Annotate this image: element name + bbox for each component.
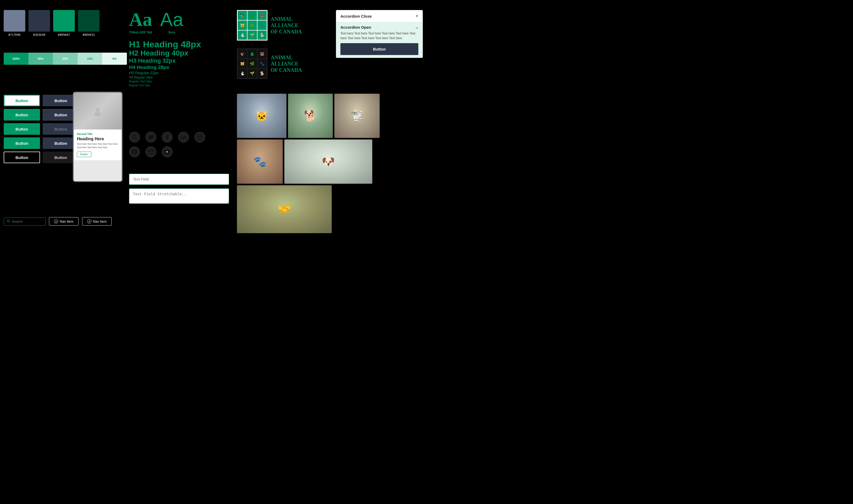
twitter-icon[interactable] bbox=[145, 131, 156, 143]
font-sora-name: Sora bbox=[168, 31, 175, 34]
text-field-stretchable[interactable] bbox=[129, 188, 229, 204]
swatch-4: #004931 bbox=[78, 10, 100, 37]
color-swatches: #717D96 #2D3648 #009A67 #004931 bbox=[4, 10, 100, 37]
svg-point-1 bbox=[94, 112, 101, 116]
logo-green-container: 🦅 🌲 🐻 🐱 🌿 🐾 🐇 🌱 🐕 AnimalAllianceOf Canad… bbox=[237, 10, 302, 40]
logo-cell-1: 🦅 bbox=[238, 11, 247, 20]
font-tribun-sample: Aa bbox=[129, 10, 152, 29]
card-image-placeholder bbox=[74, 93, 122, 129]
instagram-icon[interactable] bbox=[194, 131, 205, 143]
accordion-open-label: Accordion Open bbox=[340, 25, 371, 30]
reg14-demo: Regular Text 14px bbox=[129, 84, 229, 87]
h3-demo: H3 Heading 32px bbox=[129, 57, 229, 64]
swatch-2: #2D3648 bbox=[29, 10, 50, 37]
email-icon[interactable] bbox=[145, 146, 156, 157]
gradient-10: 10% bbox=[78, 53, 102, 65]
nav-item-1[interactable]: ⊙ Nav Item bbox=[49, 217, 78, 226]
accordion-open-icon: − bbox=[415, 25, 418, 31]
accordion-open-content: Accordion Open − Text here Text here Tex… bbox=[336, 22, 423, 58]
swatch-box-1 bbox=[4, 10, 25, 32]
accordion-cta-button[interactable]: Button bbox=[340, 43, 418, 55]
gallery-img-paw: 🐾 bbox=[237, 140, 283, 184]
font-samples: Aa Tribun ADF Std Aa Sora bbox=[129, 10, 229, 34]
reg16-demo: Regular Text 16px bbox=[129, 79, 229, 84]
facebook-icon[interactable] bbox=[162, 131, 173, 143]
logo-cell-4: 🐱 bbox=[238, 20, 247, 30]
h5-demo: H5 Regular 22px bbox=[129, 70, 229, 75]
gallery-img-puppy: 🐶 bbox=[284, 140, 372, 184]
accordion-section: Accordion Close + Accordion Open − Text … bbox=[336, 10, 423, 58]
btn-row-1: Button Button bbox=[4, 95, 79, 106]
photo-gallery: 🐱 🐕 🐩 🐾 🐶 🤝 bbox=[237, 94, 380, 233]
svg-rect-5 bbox=[197, 134, 203, 140]
h4-demo: H4 Heading 28px bbox=[129, 65, 229, 71]
pinterest-icon[interactable] bbox=[129, 146, 140, 157]
text-field-1[interactable] bbox=[129, 174, 229, 185]
nav-item-2[interactable]: ⊙ Nav Item bbox=[82, 217, 112, 226]
gallery-img-cat: 🐱 bbox=[237, 94, 286, 138]
accordion-body-text: Text here Text here Text here Text here … bbox=[340, 31, 418, 40]
logo-dark-container: 🦅 🌲 🐻 🐱 🌿 🐾 🐇 🌱 🐕 AnimalAllianceOf Canad… bbox=[237, 49, 302, 79]
accordion-close-label: Accordion Close bbox=[340, 14, 372, 18]
gallery-row-1: 🐱 🐕 🐩 bbox=[237, 94, 380, 138]
logo-cell-2: 🌲 bbox=[247, 11, 257, 20]
gallery-row-3: 🤝 bbox=[237, 185, 380, 233]
btn-row-3: Button Button bbox=[4, 123, 79, 135]
card-body-text: Text here Text here Text here Text here … bbox=[77, 142, 119, 149]
logo-text-green: AnimalAllianceOf Canada bbox=[271, 16, 302, 35]
logo-cell-5: 🌿 bbox=[247, 20, 257, 30]
social-row-1 bbox=[129, 131, 205, 143]
font-tribun: Aa Tribun ADF Std bbox=[129, 10, 152, 34]
logo-grid-green: 🦅 🌲 🐻 🐱 🌿 🐾 🐇 🌱 🐕 bbox=[237, 10, 267, 40]
search-icon[interactable] bbox=[129, 131, 140, 143]
nav-item-1-label: Nav Item bbox=[60, 219, 73, 223]
gradient-bar: 100% 50% 25% 10% 0% bbox=[4, 53, 127, 65]
swatch-label-1: #717D96 bbox=[8, 33, 20, 37]
card-button[interactable]: Button bbox=[77, 151, 91, 157]
card-image-area bbox=[74, 93, 122, 129]
h6-demo: H6 Regular 18px bbox=[129, 75, 229, 80]
font-sora-sample: Aa bbox=[160, 10, 183, 29]
logo-dark-cell-9: 🐕 bbox=[257, 69, 267, 78]
search-input[interactable] bbox=[12, 219, 43, 223]
h1-demo: H1 Heading 48px bbox=[129, 39, 229, 49]
logo-dark-cell-3: 🐻 bbox=[257, 49, 267, 58]
gallery-img-dog-shake: 🐕 bbox=[288, 94, 333, 138]
gradient-bar-inner: 100% 50% 25% 10% 0% bbox=[4, 53, 127, 65]
headings-scale: H1 Heading 48px H2 Heading 40px H3 Headi… bbox=[129, 39, 229, 87]
logo-cell-9: 🐕 bbox=[257, 31, 267, 40]
social-row-2 bbox=[129, 146, 205, 157]
logo-dark-cell-7: 🐇 bbox=[238, 69, 247, 78]
gallery-img-dog-lay: 🐩 bbox=[334, 94, 380, 138]
youtube-icon[interactable] bbox=[162, 146, 173, 157]
swatch-box-3 bbox=[53, 10, 75, 32]
swatch-label-3: #009A67 bbox=[58, 33, 70, 37]
logo-cell-3: 🐻 bbox=[257, 11, 267, 20]
btn-green-solid-3[interactable]: Button bbox=[4, 138, 40, 149]
nav-item-2-label: Nav Item bbox=[93, 219, 107, 223]
swatch-label-4: #004931 bbox=[83, 33, 95, 37]
btn-green-solid-2[interactable]: Button bbox=[4, 123, 40, 135]
card-heading: Heading Here bbox=[77, 137, 119, 141]
linkedin-icon[interactable] bbox=[178, 131, 189, 143]
swatch-box-4 bbox=[78, 10, 100, 32]
accordion-open-header: Accordion Open − bbox=[340, 25, 418, 31]
logo-dark-cell-5: 🌿 bbox=[247, 59, 257, 68]
text-fields-section bbox=[129, 174, 229, 204]
nav-items: ⊙ Nav Item ⊙ Nav Item bbox=[49, 217, 112, 226]
svg-line-10 bbox=[9, 221, 10, 222]
btn-green-outline-1[interactable]: Button bbox=[4, 95, 40, 106]
btn-outline-white-1[interactable]: Button bbox=[4, 151, 40, 163]
btn-row-5: Button Button bbox=[4, 151, 79, 163]
accordion-close-row[interactable]: Accordion Close + bbox=[336, 10, 423, 22]
search-bar[interactable] bbox=[4, 217, 46, 226]
nav-item-1-icon: ⊙ bbox=[54, 219, 58, 223]
logo-cell-8: 🌱 bbox=[247, 31, 257, 40]
buttons-section: Button Button Button Button Button Butto… bbox=[4, 95, 79, 163]
logo-dark-cell-6: 🐾 bbox=[257, 59, 267, 68]
svg-point-6 bbox=[199, 136, 201, 139]
social-icons bbox=[129, 131, 205, 157]
logo-cell-6: 🐾 bbox=[257, 20, 267, 30]
card-second-title: Second Title bbox=[77, 133, 119, 136]
btn-green-solid-1[interactable]: Button bbox=[4, 109, 40, 121]
